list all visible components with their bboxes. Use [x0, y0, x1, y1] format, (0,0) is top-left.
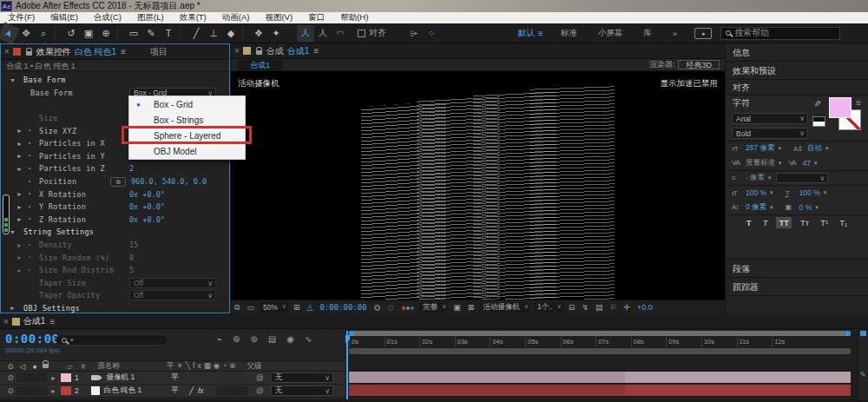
- twirl-open-icon[interactable]: ▼: [10, 229, 16, 235]
- hide-shy-icon[interactable]: ⊚: [250, 334, 257, 344]
- timeline-search-box[interactable]: ▾: [56, 334, 168, 346]
- timeline-tab-comp1[interactable]: 合成1: [23, 315, 46, 327]
- taper-size-select[interactable]: Off ∨: [129, 278, 216, 288]
- tracking-value[interactable]: 47: [803, 159, 811, 168]
- pen-tool-icon[interactable]: ✎: [142, 25, 160, 42]
- tsume-value[interactable]: 0 %: [799, 203, 812, 212]
- stopwatch-icon[interactable]: ◔: [27, 203, 31, 211]
- eye-icon[interactable]: ⊙: [4, 373, 16, 382]
- baseline-shift-value[interactable]: 0 像素: [746, 202, 766, 213]
- stopwatch-icon[interactable]: ◔: [27, 152, 31, 160]
- workspace-overflow-icon[interactable]: »: [662, 29, 687, 38]
- panel-tracker[interactable]: 跟踪器: [726, 278, 868, 296]
- subscript-button[interactable]: T₁: [837, 217, 850, 228]
- chevron-down-icon[interactable]: ▾: [814, 160, 818, 167]
- world-axis-mode-icon[interactable]: 人: [314, 25, 332, 42]
- time-ruler[interactable]: 0s01s02s03s04s05s06s07s08s09s10s11s12s: [349, 337, 851, 347]
- dropdown-item-box-grid[interactable]: ● Box - Grid: [129, 96, 245, 112]
- exposure-value[interactable]: +0.0: [634, 303, 656, 312]
- stopwatch-icon[interactable]: ◔: [27, 127, 31, 135]
- composition-mini-flowchart-icon[interactable]: ⌁: [217, 334, 222, 344]
- dropdown-item-obj-model[interactable]: OBJ Model: [129, 143, 245, 159]
- main-viewer-icon[interactable]: ▭: [243, 303, 258, 312]
- menu-effect[interactable]: 效果(T): [172, 12, 214, 23]
- twirl-closed-icon[interactable]: ►: [16, 242, 23, 248]
- help-search-box[interactable]: 搜索帮助: [720, 27, 840, 40]
- quality-switch[interactable]: ╱: [189, 386, 194, 395]
- panel-align[interactable]: 对齐: [726, 80, 868, 96]
- property-value[interactable]: 0x +0.0°: [129, 190, 165, 199]
- camera-layer-bar[interactable]: [349, 372, 851, 383]
- workspace-library[interactable]: 库: [633, 28, 662, 39]
- stopwatch-icon[interactable]: ◔: [27, 215, 31, 223]
- fx-badge[interactable]: fx: [198, 386, 204, 395]
- menu-composition[interactable]: 合成(C): [86, 12, 129, 23]
- panel-menu-icon[interactable]: ≡: [121, 47, 126, 56]
- panel-info[interactable]: 信息: [726, 43, 868, 62]
- stopwatch-icon[interactable]: ◔: [27, 190, 31, 198]
- fill-stroke-default-swatch[interactable]: [812, 116, 825, 127]
- stopwatch-icon[interactable]: ◔: [27, 165, 31, 173]
- property-value[interactable]: 960.0, 540.0, 0.0: [131, 177, 207, 186]
- stopwatch-icon[interactable]: ◔: [27, 140, 31, 148]
- stroke-width-value[interactable]: -: [746, 174, 748, 182]
- eye-icon[interactable]: ⊙: [4, 386, 16, 395]
- twirl-closed-icon[interactable]: ►: [50, 375, 56, 381]
- view-axis-mode-icon[interactable]: ◠: [332, 25, 349, 42]
- flowchart-icon[interactable]: ⚐: [606, 303, 620, 312]
- audio-cell[interactable]: [16, 386, 26, 395]
- timeline-button-icon[interactable]: ▤: [592, 303, 607, 312]
- layer-name[interactable]: 白色 纯色 1: [104, 386, 141, 396]
- layer-switch[interactable]: 平: [171, 386, 179, 396]
- show-channel-icon[interactable]: [398, 303, 418, 312]
- workspace-menu-icon[interactable]: ≡: [538, 29, 550, 38]
- twirl-closed-icon[interactable]: ►: [16, 166, 23, 172]
- all-caps-button[interactable]: TT: [776, 217, 792, 228]
- layer-color-swatch[interactable]: [61, 373, 71, 382]
- panel-menu-icon[interactable]: ≡: [313, 46, 319, 56]
- property-value[interactable]: 2: [129, 164, 134, 173]
- layer-row-camera[interactable]: ⊙ ► 1 摄像机 1 平 @ 无 ∨: [0, 372, 345, 385]
- twirl-closed-icon[interactable]: ►: [16, 267, 23, 273]
- pickwhip-icon[interactable]: @: [256, 373, 264, 382]
- solo-cell[interactable]: [27, 386, 36, 395]
- zoom-tool-icon[interactable]: ⌕: [35, 25, 52, 42]
- view-select[interactable]: 活动摄像机 ∨: [479, 302, 530, 313]
- kerning-value[interactable]: 度量标准: [746, 158, 775, 168]
- layer-row-solid[interactable]: ⊙ ► 2 白色 纯色 1 平 ╱ fx @ 无 ∨: [0, 385, 345, 398]
- twirl-closed-icon[interactable]: ►: [16, 141, 23, 147]
- roto-brush-tool-icon[interactable]: ❖: [250, 25, 267, 42]
- draft-3d-icon[interactable]: ⊛: [233, 334, 240, 344]
- faux-italic-button[interactable]: T: [760, 217, 771, 228]
- comp-marker-icon[interactable]: ✎: [860, 371, 866, 379]
- magnification-select[interactable]: 50% ∨: [260, 302, 288, 313]
- panel-menu-icon[interactable]: ≡: [49, 317, 55, 326]
- puppet-pin-tool-icon[interactable]: ✦: [267, 25, 285, 42]
- parent-column-header[interactable]: 父级: [247, 361, 261, 372]
- chevron-down-icon[interactable]: ▾: [779, 145, 782, 152]
- twirl-closed-icon[interactable]: ►: [16, 204, 23, 210]
- fast-previews-icon[interactable]: ↯: [578, 303, 592, 312]
- property-value[interactable]: 0x +0.0°: [129, 215, 165, 224]
- taper-opacity-select[interactable]: Off ∨: [129, 290, 216, 300]
- composition-viewer[interactable]: 活动摄像机 显示加速已禁用: [231, 71, 725, 300]
- close-icon[interactable]: ×: [231, 46, 243, 56]
- menu-file[interactable]: 文件(F): [0, 12, 43, 23]
- local-axis-mode-icon[interactable]: 人: [297, 25, 314, 42]
- twirl-closed-icon[interactable]: ►: [16, 153, 23, 159]
- viewer-timecode[interactable]: 0:00:00:00: [316, 303, 370, 312]
- hand-tool-icon[interactable]: ✥: [17, 25, 35, 42]
- leading-value[interactable]: 自动: [807, 143, 822, 154]
- layer-switch[interactable]: 平: [171, 372, 179, 383]
- timeline-horizontal-scrollbar[interactable]: [349, 331, 851, 336]
- faux-bold-button[interactable]: T: [744, 217, 754, 228]
- layer-color-swatch[interactable]: [61, 386, 71, 395]
- horizontal-scale-value[interactable]: 100 %: [799, 188, 820, 197]
- chevron-down-icon[interactable]: ▾: [825, 145, 829, 152]
- menu-view[interactable]: 视图(V): [257, 12, 300, 23]
- brush-tool-icon[interactable]: ╱: [187, 25, 205, 42]
- chevron-down-icon[interactable]: ▾: [815, 204, 819, 211]
- parent-select[interactable]: 无 ∨: [271, 372, 333, 383]
- frame-blend-icon[interactable]: ▤: [268, 334, 276, 344]
- font-size-value[interactable]: 267 像素: [746, 143, 775, 154]
